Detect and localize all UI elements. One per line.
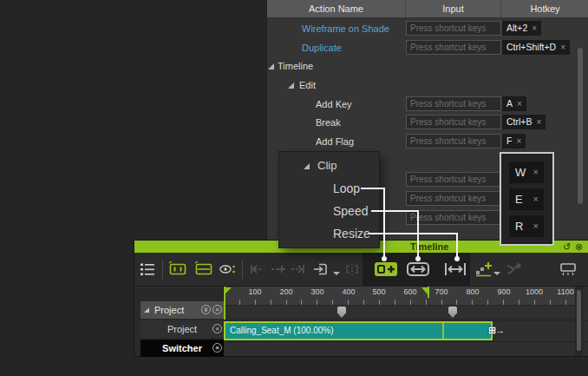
remove-track-icon[interactable]: ×	[212, 343, 222, 353]
import-clip-dropdown-caret[interactable]	[333, 272, 340, 275]
hotkey-badge: Ctrl+B×	[502, 115, 546, 129]
remove-hotkey-icon[interactable]: ×	[517, 99, 522, 109]
hotkey-badge: Ctrl+Shift+D×	[502, 40, 570, 55]
table-row[interactable]: Break Ctrl+B×	[267, 113, 588, 132]
shortcut-input[interactable]	[406, 96, 501, 111]
ruler-label: 1000	[519, 287, 550, 296]
add-key-icon-disabled[interactable]	[269, 261, 286, 278]
prev-key-icon-disabled[interactable]	[248, 261, 265, 278]
remove-track-icon[interactable]: ×	[212, 324, 222, 333]
hotkey-badge: E×	[509, 188, 544, 210]
action-name-label: Add Key	[316, 95, 352, 114]
track-list-icon[interactable]	[139, 261, 156, 278]
toolbar-separator	[162, 260, 163, 279]
remove-track-icon[interactable]: ×	[212, 305, 222, 314]
connector-line-loop	[383, 188, 385, 259]
track-label: Project	[167, 324, 197, 334]
column-header-hotkey: Hotkey	[501, 0, 588, 17]
connector-dot-speed	[415, 256, 421, 261]
scrollbar-thumb[interactable]	[577, 290, 581, 351]
shortcut-input[interactable]	[406, 21, 501, 36]
callout-item-resize: Resize	[333, 224, 370, 243]
collapse-track-icon[interactable]: ∨	[201, 305, 211, 314]
import-clip-icon[interactable]	[312, 261, 330, 278]
clip-section-divider[interactable]	[442, 323, 444, 339]
action-name-label: Break	[316, 113, 341, 132]
visibility-options-icon[interactable]	[219, 261, 238, 278]
connector-line-speed	[417, 210, 419, 259]
break-link-icon-disabled[interactable]	[506, 261, 525, 278]
table-header: Action Name Input Hotkey	[267, 0, 588, 17]
close-panel-icon[interactable]: ⊗	[575, 241, 583, 253]
table-row[interactable]: Timeline	[267, 56, 588, 76]
split-clip-icon-disabled[interactable]	[343, 261, 361, 278]
track-list: Project ∨ × Project × Switcher ×	[134, 287, 224, 356]
column-header-action-name: Action Name	[267, 0, 406, 17]
action-name-label: Add Flag	[316, 132, 354, 151]
ruler-label: 200	[271, 287, 302, 296]
speed-clip-button[interactable]	[406, 260, 430, 277]
loop-clip-button[interactable]	[374, 260, 398, 277]
remove-hotkey-icon[interactable]: ×	[516, 136, 521, 146]
callout-group-label: Clip	[317, 156, 336, 175]
timeline-body: 0 100 200 300 400 500 600 700 800 900 10…	[134, 287, 588, 356]
callout-item-loop: Loop	[333, 179, 360, 198]
toolbar-separator	[242, 260, 243, 279]
clip-label: Calling_Seat_M (100.00%)	[230, 323, 334, 339]
shortcut-input[interactable]	[406, 191, 501, 206]
remove-hotkey-icon[interactable]: ×	[533, 162, 539, 183]
remove-hotkey-icon[interactable]: ×	[533, 215, 539, 237]
ruler-label: 500	[363, 287, 395, 296]
shortcut-input[interactable]	[406, 40, 501, 55]
track-row-selected[interactable]: Switcher ×	[140, 340, 224, 357]
range-handle[interactable]	[448, 307, 457, 318]
tree-expanded-icon[interactable]	[288, 82, 294, 89]
action-name-label: Wireframe on Shade	[302, 19, 389, 38]
panel-title: Timeline	[410, 241, 448, 253]
next-key-icon-disabled[interactable]	[289, 261, 306, 278]
playhead[interactable]	[224, 287, 225, 320]
tree-group-label: Edit	[299, 76, 316, 95]
ruler-label: 700	[426, 287, 457, 296]
timeline-vertical-scrollbar[interactable]	[575, 287, 583, 356]
remove-hotkey-icon[interactable]: ×	[533, 188, 539, 210]
shortcut-input[interactable]	[406, 172, 501, 187]
hotkey-badge: R×	[509, 215, 544, 237]
table-row[interactable]: Add Key A×	[267, 95, 588, 114]
collapse-tracks-icon[interactable]	[194, 261, 213, 278]
shortcut-input[interactable]	[406, 115, 501, 129]
ruler-label: 600	[395, 287, 426, 296]
remove-hotkey-icon[interactable]: ×	[536, 117, 541, 127]
table-row[interactable]: Duplicate Ctrl+Shift+D×	[267, 38, 588, 57]
timeline-ruler[interactable]: 0 100 200 300 400 500 600 700 800 900 10…	[224, 287, 575, 306]
hotkey-badge: A×	[502, 96, 526, 111]
remove-hotkey-icon[interactable]: ×	[560, 43, 565, 52]
connector-dot-resize	[454, 256, 460, 261]
table-row[interactable]: Edit	[267, 76, 588, 95]
tree-expanded-icon[interactable]	[268, 63, 274, 69]
tree-expanded-icon[interactable]	[144, 307, 149, 313]
track-group-row[interactable]: Project ∨ ×	[140, 301, 224, 319]
add-keyframe-icon[interactable]	[474, 261, 493, 278]
ruler-label: 400	[333, 287, 364, 296]
tree-expanded-icon[interactable]	[304, 163, 310, 169]
undock-icon[interactable]: ↺	[563, 241, 571, 253]
shortcut-input[interactable]	[406, 210, 501, 225]
add-keyframe-dropdown-caret[interactable]	[493, 272, 500, 275]
ruler-label: 100	[239, 287, 271, 296]
connector-line-loop	[361, 188, 385, 189]
table-row[interactable]: Add Flag F×	[267, 132, 588, 151]
remove-hotkey-icon[interactable]: ×	[532, 23, 537, 33]
callout-item-speed: Speed	[333, 201, 368, 221]
track-group-label: Project	[154, 301, 184, 319]
track-row[interactable]: Project ×	[140, 320, 224, 338]
table-row[interactable]: Wireframe on Shade Alt+2×	[267, 19, 588, 38]
shortcut-input[interactable]	[406, 134, 501, 148]
ruler-ticks	[224, 300, 572, 305]
range-handle[interactable]	[337, 307, 346, 318]
dope-sheet-icon[interactable]	[559, 261, 578, 278]
timeline-clip[interactable]: Calling_Seat_M (100.00%)	[224, 321, 493, 340]
resize-clip-button[interactable]	[443, 260, 467, 277]
show-clips-icon[interactable]	[168, 261, 187, 278]
vertical-scrollbar-thumb[interactable]	[578, 48, 583, 204]
